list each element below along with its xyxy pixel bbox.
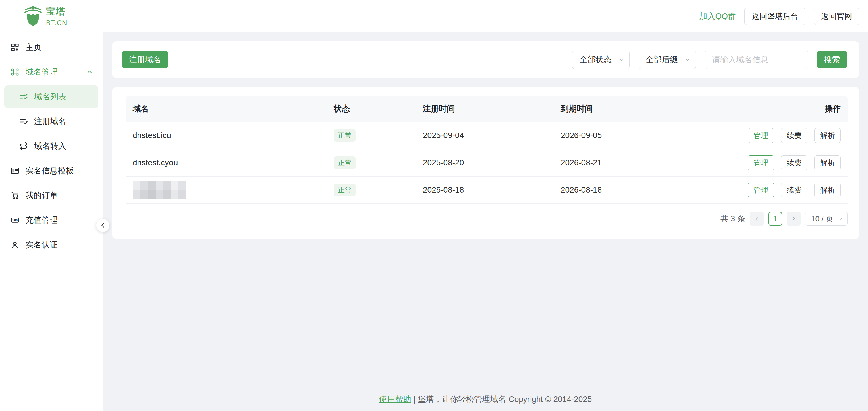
dashboard-icon: [11, 43, 19, 52]
sidebar-item-label: 域名列表: [34, 91, 89, 102]
table-row: 正常 2025-08-18 2026-08-18 管理 续费 解析: [126, 176, 847, 204]
chevron-right-icon: [791, 216, 796, 221]
back-to-panel-button[interactable]: 返回堡塔后台: [744, 8, 805, 25]
user-icon: [11, 241, 19, 249]
pagination-total: 共 3 条: [720, 213, 745, 224]
column-header-domain: 域名: [126, 103, 327, 114]
manage-button[interactable]: 管理: [748, 182, 774, 198]
chevron-down-icon: [618, 57, 624, 63]
svg-text:100: 100: [12, 218, 18, 222]
chevron-left-icon: [754, 216, 760, 221]
column-header-status: 状态: [327, 103, 416, 114]
status-filter-value: 全部状态: [579, 54, 612, 65]
sidebar-item-realname-template[interactable]: 实名信息模板: [0, 159, 102, 183]
sidebar-item-home[interactable]: 主页: [0, 35, 102, 60]
transfer-icon: [19, 142, 28, 150]
command-icon: [11, 68, 19, 76]
filters: 全部状态 全部后缀 搜索: [572, 50, 847, 69]
sidebar-item-domain-transfer[interactable]: 域名转入: [0, 134, 102, 159]
toolbar-card: 注册域名 全部状态 全部后缀 搜索: [112, 41, 859, 78]
banknote-icon: 100: [11, 216, 19, 225]
pagination-page-1[interactable]: 1: [768, 212, 782, 226]
manage-button[interactable]: 管理: [748, 155, 774, 170]
sidebar-collapse-button[interactable]: [96, 219, 110, 232]
sidebar-item-domain-management[interactable]: 域名管理: [0, 60, 102, 84]
list-check-icon: [19, 93, 28, 101]
footer-text: | 堡塔，让你轻松管理域名 Copyright © 2014-2025: [413, 395, 592, 404]
sidebar-item-domain-list[interactable]: 域名列表: [4, 85, 98, 108]
suffix-filter-value: 全部后缀: [646, 54, 678, 65]
registered-date: 2025-08-18: [416, 185, 554, 195]
registered-date: 2025-09-04: [416, 131, 554, 140]
expires-date: 2026-08-18: [554, 185, 698, 195]
table-row: dnstest.icu 正常 2025-09-04 2026-09-05 管理 …: [126, 122, 847, 149]
sidebar-item-label: 主页: [26, 42, 93, 53]
manage-button[interactable]: 管理: [748, 128, 774, 143]
sidebar-item-label: 注册域名: [34, 116, 93, 127]
sidebar-item-realname-auth[interactable]: 实名认证: [0, 233, 102, 257]
renew-button[interactable]: 续费: [781, 155, 807, 170]
chevron-up-icon: [87, 69, 93, 75]
domain-name: dnstest.icu: [126, 131, 327, 140]
sidebar-item-label: 实名认证: [26, 239, 93, 250]
dns-resolve-button[interactable]: 解析: [814, 155, 841, 170]
cart-icon: [11, 191, 19, 200]
status-badge: 正常: [334, 184, 355, 196]
topbar: 加入QQ群 返回堡塔后台 返回官网: [103, 0, 868, 32]
brand-domain: BT.CN: [46, 19, 67, 27]
page-footer: 使用帮助| 堡塔，让你轻松管理域名 Copyright © 2014-2025: [103, 394, 868, 405]
back-to-site-button[interactable]: 返回官网: [814, 8, 859, 25]
table-row: dnstest.cyou 正常 2025-08-20 2026-08-21 管理…: [126, 149, 847, 176]
dns-resolve-button[interactable]: 解析: [814, 182, 841, 198]
sidebar-item-label: 域名转入: [34, 141, 93, 151]
dns-resolve-button[interactable]: 解析: [814, 128, 841, 143]
pagination-prev-button[interactable]: [750, 212, 764, 226]
page-size-value: 10 / 页: [811, 214, 833, 224]
register-list-icon: [19, 117, 28, 126]
column-header-actions: 操作: [698, 103, 847, 114]
sidebar: 宝塔 BT.CN 主页 域名管理 域: [0, 0, 103, 411]
pagination-next-button[interactable]: [787, 212, 801, 226]
renew-button[interactable]: 续费: [781, 182, 807, 198]
registered-date: 2025-08-20: [416, 158, 554, 167]
sidebar-item-recharge[interactable]: 100 充值管理: [0, 208, 102, 233]
sidebar-menu: 主页 域名管理 域名列表 注册域名: [0, 35, 102, 257]
help-link[interactable]: 使用帮助: [379, 395, 411, 404]
column-header-registered: 注册时间: [416, 103, 554, 114]
baota-shield-icon: [24, 5, 42, 27]
status-badge: 正常: [334, 129, 355, 142]
join-qq-group-link[interactable]: 加入QQ群: [699, 11, 736, 22]
status-badge: 正常: [334, 157, 355, 169]
suffix-filter-select[interactable]: 全部后缀: [639, 50, 696, 69]
domain-name: dnstest.cyou: [126, 158, 327, 167]
main-content: 注册域名 全部状态 全部后缀 搜索 域名 状态 注册时间 到期时间: [103, 32, 868, 411]
sidebar-item-my-orders[interactable]: 我的订单: [0, 183, 102, 208]
brand-text: 宝塔 BT.CN: [46, 5, 67, 27]
sidebar-item-label: 域名管理: [26, 67, 80, 77]
sidebar-item-label: 充值管理: [26, 215, 93, 226]
column-header-expires: 到期时间: [554, 103, 698, 114]
page-size-select[interactable]: 10 / 页: [805, 212, 847, 226]
domain-search-input[interactable]: [705, 50, 808, 69]
sidebar-item-label: 我的订单: [26, 190, 93, 201]
domain-table-card: 域名 状态 注册时间 到期时间 操作 dnstest.icu 正常 2025-0…: [112, 87, 859, 239]
template-card-icon: [11, 167, 19, 175]
sidebar-item-register-domain[interactable]: 注册域名: [0, 109, 102, 134]
search-button[interactable]: 搜索: [817, 51, 847, 68]
chevron-down-icon: [838, 216, 843, 221]
status-filter-select[interactable]: 全部状态: [572, 50, 629, 69]
register-domain-button[interactable]: 注册域名: [122, 51, 168, 68]
pagination: 共 3 条 1 10 / 页: [126, 212, 847, 226]
expires-date: 2026-08-21: [554, 158, 698, 167]
chevron-down-icon: [685, 57, 690, 63]
brand-logo[interactable]: 宝塔 BT.CN: [0, 0, 102, 28]
table-header-row: 域名 状态 注册时间 到期时间 操作: [126, 96, 847, 122]
renew-button[interactable]: 续费: [781, 128, 807, 143]
expires-date: 2026-09-05: [554, 131, 698, 140]
sidebar-item-label: 实名信息模板: [26, 165, 93, 176]
chevron-left-icon: [100, 222, 106, 229]
masked-domain-pixelated: [133, 181, 186, 199]
brand-name: 宝塔: [46, 5, 67, 18]
